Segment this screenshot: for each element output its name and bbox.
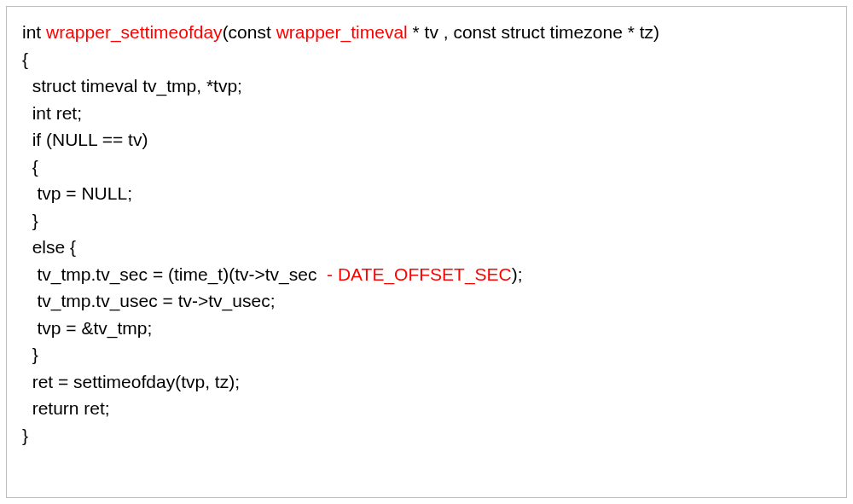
code-line-10: tv_tmp.tv_sec = (time_t)(tv->tv_sec - DA…	[22, 261, 831, 288]
code-line-1: int wrapper_settimeofday(const wrapper_t…	[22, 19, 831, 46]
code-block: int wrapper_settimeofday(const wrapper_t…	[6, 6, 847, 498]
code-line-11: tv_tmp.tv_usec = tv->tv_usec;	[22, 287, 831, 315]
code-line-13: }	[22, 341, 831, 368]
code-line-7: tvp = NULL;	[22, 180, 831, 207]
code-line-5: if (NULL == tv)	[22, 126, 831, 154]
code-line-15: return ret;	[22, 395, 831, 422]
code-text: int	[22, 22, 46, 42]
code-highlight: - DATE_OFFSET_SEC	[322, 264, 511, 284]
code-highlight: wrapper_settimeofday	[46, 22, 223, 42]
code-text: * tv , const struct timezone * tz)	[408, 22, 659, 42]
code-text: );	[512, 264, 523, 284]
code-line-2: {	[22, 46, 831, 73]
code-highlight: wrapper_timeval	[276, 22, 408, 42]
code-line-9: else {	[22, 234, 831, 261]
code-line-14: ret = settimeofday(tvp, tz);	[22, 368, 831, 396]
code-line-12: tvp = &tv_tmp;	[22, 315, 831, 342]
code-line-8: }	[22, 207, 831, 235]
code-line-4: int ret;	[22, 100, 831, 127]
code-line-16: }	[22, 422, 831, 449]
code-line-6: {	[22, 154, 831, 181]
code-line-3: struct timeval tv_tmp, *tvp;	[22, 72, 831, 100]
code-text: (const	[223, 22, 276, 42]
code-text: tv_tmp.tv_sec = (time_t)(tv->tv_sec	[22, 264, 322, 284]
